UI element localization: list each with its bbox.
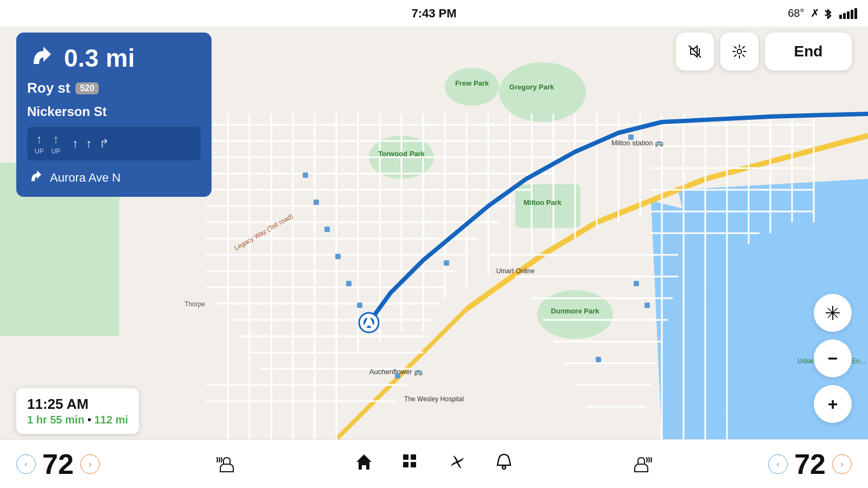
lane-arrow-4: ↑ (86, 137, 92, 151)
nav-street-name: Roy st (27, 80, 70, 97)
svg-rect-82 (346, 281, 352, 286)
end-navigation-button[interactable]: End (765, 33, 852, 70)
eta-card: 11:25 AM 1 hr 55 min • 112 mi (16, 388, 139, 434)
nav-next-street: Aurora Ave N (50, 171, 120, 185)
zoom-out-button[interactable]: − (814, 339, 852, 377)
milton-station-label: Milton station 🚌 (611, 138, 664, 147)
eta-distance: 112 mi (94, 414, 128, 426)
zoom-in-button[interactable]: + (814, 385, 852, 423)
dunmore-park-label: Dunmore Park (551, 307, 600, 315)
nav-lanes: ↑ UP ↑ UP ↑ ↑ ↱ (27, 127, 201, 160)
left-temp-increment-button[interactable]: › (80, 454, 100, 474)
left-heat-seat-icon (215, 452, 239, 476)
lane-arrow-5: ↱ (99, 137, 109, 151)
top-controls: End (676, 33, 852, 70)
next-turn-arrow-icon (27, 167, 44, 188)
gregory-park-label: Gregory Park (509, 83, 554, 91)
svg-rect-86 (634, 281, 639, 286)
umart-label: Umart Online (496, 267, 535, 275)
eta-details: 1 hr 55 min • 112 mi (27, 414, 128, 426)
bluetooth-icon: ✗ (810, 7, 833, 20)
eta-arrival-time: 11:25 AM (27, 396, 128, 413)
lane-label-1: UP (35, 147, 44, 155)
turn-arrow-icon (27, 41, 56, 74)
svg-rect-101 (403, 462, 409, 467)
svg-rect-88 (596, 357, 601, 362)
frew-park-label: Frew Park (455, 79, 489, 87)
svg-rect-87 (644, 303, 650, 308)
svg-rect-81 (335, 254, 341, 259)
right-heat-seat-section (629, 452, 653, 476)
lane-arrow-1: ↑ (36, 132, 42, 146)
svg-rect-83 (357, 303, 362, 308)
svg-rect-79 (314, 200, 319, 205)
recenter-map-button[interactable] (814, 294, 852, 332)
svg-point-104 (456, 460, 459, 464)
svg-rect-100 (411, 454, 416, 460)
status-time: 7:43 PM (411, 7, 456, 21)
grid-button[interactable] (401, 452, 420, 476)
status-bar: 7:43 PM 68° ✗ (0, 0, 868, 27)
right-temp-section: ‹ 72 › (768, 448, 852, 480)
right-temperature-value: 72 (794, 448, 826, 480)
signal-icon (839, 8, 857, 19)
svg-rect-85 (628, 134, 634, 140)
svg-marker-98 (356, 454, 372, 470)
svg-point-105 (502, 466, 506, 469)
svg-rect-78 (303, 172, 308, 178)
lane-arrow-3: ↑ (72, 137, 78, 151)
settings-button[interactable] (720, 33, 758, 70)
svg-rect-84 (444, 260, 449, 266)
svg-rect-89 (395, 373, 400, 378)
home-button[interactable] (354, 452, 374, 476)
nav-distance: 0.3 mi (64, 43, 135, 73)
right-map-controls: − + (814, 294, 852, 423)
eta-duration: 1 hr 55 min (27, 414, 85, 426)
bottom-bar: ‹ 72 › (0, 439, 868, 488)
left-temp-section: ‹ 72 › (16, 448, 100, 480)
lane-arrow-2: ↑ (53, 132, 59, 146)
left-temp-decrement-button[interactable]: ‹ (16, 454, 36, 474)
svg-point-3 (499, 62, 586, 122)
status-temperature: 68° (788, 7, 804, 20)
left-heat-seat-section (215, 452, 239, 476)
right-temp-increment-button[interactable]: › (832, 454, 852, 474)
thorpe-label: Thorpe (184, 300, 205, 308)
nav-street2: Nickerson St (27, 104, 201, 119)
left-temperature-value: 72 (42, 448, 74, 480)
milton-park-label: Milton Park (524, 198, 562, 207)
nav-route-badge: 520 (75, 82, 99, 94)
notification-button[interactable] (494, 452, 514, 476)
navigation-card: 0.3 mi Roy st 520 Nickerson St ↑ UP ↑ UP… (16, 33, 212, 197)
lane-label-2: UP (52, 147, 61, 155)
wesley-hospital-label: The Wesley Hospital (404, 395, 464, 403)
svg-point-93 (737, 49, 742, 54)
volume-button[interactable] (676, 33, 714, 70)
svg-rect-102 (411, 462, 416, 467)
svg-rect-99 (403, 454, 409, 460)
svg-rect-80 (324, 227, 330, 232)
right-heat-seat-icon (629, 452, 653, 476)
bottom-center-icons (354, 452, 514, 476)
fan-button[interactable] (448, 452, 467, 476)
torwood-park-label: Torwood Park (378, 150, 425, 158)
right-temp-decrement-button[interactable]: ‹ (768, 454, 788, 474)
